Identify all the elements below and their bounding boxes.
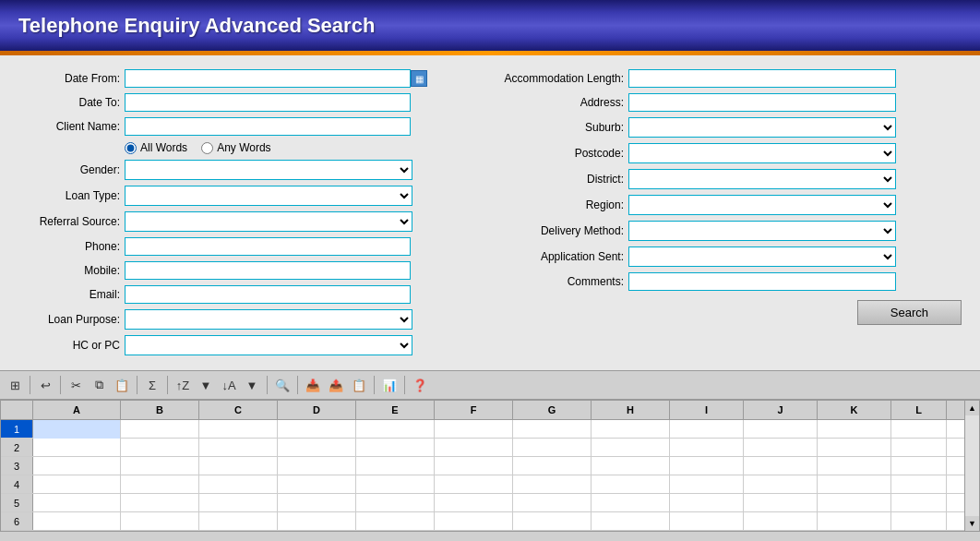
- cell-5G[interactable]: [513, 494, 592, 512]
- cell-3G[interactable]: [513, 457, 592, 475]
- cell-1D[interactable]: [278, 420, 356, 439]
- cell-2I[interactable]: [670, 439, 744, 457]
- cell-5A[interactable]: [33, 494, 121, 512]
- col-header-E[interactable]: E: [356, 401, 435, 419]
- cell-5D[interactable]: [278, 494, 356, 512]
- toolbar-icon-import[interactable]: 📥: [303, 375, 323, 395]
- cell-2C[interactable]: [199, 439, 278, 457]
- toolbar-icon-chart[interactable]: 📊: [379, 375, 400, 395]
- cell-5K[interactable]: [818, 494, 891, 512]
- scroll-down-arrow[interactable]: ▼: [965, 516, 980, 531]
- cell-6L[interactable]: [891, 512, 947, 531]
- cell-4K[interactable]: [818, 475, 891, 494]
- col-header-D[interactable]: D: [278, 401, 356, 419]
- cell-4A[interactable]: [33, 475, 121, 494]
- cell-1H[interactable]: [592, 420, 670, 439]
- col-header-F[interactable]: F: [435, 401, 513, 419]
- cell-1L[interactable]: [891, 420, 947, 439]
- cell-1A[interactable]: [33, 420, 121, 439]
- cell-6A[interactable]: [33, 512, 121, 531]
- comments-input[interactable]: [628, 272, 896, 291]
- cell-6I[interactable]: [670, 512, 744, 531]
- cell-3C[interactable]: [199, 457, 278, 475]
- cell-4H[interactable]: [592, 475, 670, 494]
- cell-4I[interactable]: [670, 475, 744, 494]
- row-num-1[interactable]: 1: [1, 420, 33, 438]
- cell-2F[interactable]: [435, 439, 513, 457]
- col-header-B[interactable]: B: [121, 401, 199, 419]
- cell-3E[interactable]: [356, 457, 435, 475]
- cell-3H[interactable]: [592, 457, 670, 475]
- accommodation-length-input[interactable]: [628, 69, 896, 88]
- cell-3L[interactable]: [891, 457, 947, 475]
- cell-4L[interactable]: [891, 475, 947, 494]
- row-num-2[interactable]: 2: [1, 439, 33, 456]
- cell-1K[interactable]: [818, 420, 891, 439]
- date-from-input[interactable]: [125, 69, 411, 88]
- cell-6F[interactable]: [435, 512, 513, 531]
- hc-or-pc-select[interactable]: [125, 335, 412, 355]
- toolbar-icon-sort-desc-arrow[interactable]: ▼: [242, 375, 262, 395]
- cell-5L[interactable]: [891, 494, 947, 512]
- cell-1F[interactable]: [435, 420, 513, 439]
- delivery-method-select[interactable]: [628, 221, 896, 241]
- cell-6B[interactable]: [121, 512, 199, 531]
- cell-6K[interactable]: [818, 512, 891, 531]
- cell-5F[interactable]: [435, 494, 513, 512]
- any-words-radio[interactable]: [201, 142, 213, 154]
- calendar-icon[interactable]: ▦: [411, 70, 427, 87]
- row-num-4[interactable]: 4: [1, 475, 33, 493]
- col-header-L[interactable]: L: [891, 401, 947, 419]
- cell-3B[interactable]: [121, 457, 199, 475]
- col-header-H[interactable]: H: [592, 401, 670, 419]
- referral-source-select[interactable]: [125, 211, 412, 232]
- toolbar-icon-sort-asc-arrow[interactable]: ▼: [196, 375, 216, 395]
- region-select[interactable]: [628, 195, 896, 215]
- cell-4J[interactable]: [744, 475, 818, 494]
- toolbar-icon-filter[interactable]: 🔍: [272, 375, 293, 395]
- col-header-G[interactable]: G: [513, 401, 592, 419]
- toolbar-icon-sort-asc[interactable]: ↑Z: [173, 375, 193, 395]
- address-input[interactable]: [628, 93, 896, 112]
- row-num-3[interactable]: 3: [1, 457, 33, 475]
- toolbar-icon-clipboard2[interactable]: 📋: [349, 375, 369, 395]
- cell-3D[interactable]: [278, 457, 356, 475]
- toolbar-icon-sum[interactable]: Σ: [142, 375, 162, 395]
- toolbar-icon-cut[interactable]: ✂: [66, 375, 86, 395]
- col-header-C[interactable]: C: [199, 401, 278, 419]
- search-button[interactable]: Search: [857, 300, 962, 325]
- loan-purpose-select[interactable]: [125, 309, 412, 330]
- cell-3K[interactable]: [818, 457, 891, 475]
- loan-type-select[interactable]: [125, 186, 412, 206]
- cell-3F[interactable]: [435, 457, 513, 475]
- cell-2A[interactable]: [33, 439, 121, 457]
- cell-5J[interactable]: [744, 494, 818, 512]
- date-to-input[interactable]: [125, 93, 411, 112]
- cell-3I[interactable]: [670, 457, 744, 475]
- cell-5C[interactable]: [199, 494, 278, 512]
- cell-6D[interactable]: [278, 512, 356, 531]
- cell-1I[interactable]: [670, 420, 744, 439]
- mobile-input[interactable]: [125, 261, 411, 280]
- cell-2D[interactable]: [278, 439, 356, 457]
- cell-1B[interactable]: [121, 420, 199, 439]
- cell-4E[interactable]: [356, 475, 435, 494]
- cell-6J[interactable]: [744, 512, 818, 531]
- cell-5H[interactable]: [592, 494, 670, 512]
- cell-2E[interactable]: [356, 439, 435, 457]
- gender-select[interactable]: [125, 160, 412, 180]
- all-words-option[interactable]: All Words: [125, 141, 187, 154]
- scroll-up-arrow[interactable]: ▲: [965, 401, 980, 415]
- toolbar-icon-sort-desc[interactable]: ↓A: [219, 375, 239, 395]
- email-input[interactable]: [125, 285, 411, 304]
- cell-1C[interactable]: [199, 420, 278, 439]
- toolbar-icon-copy[interactable]: ⧉: [89, 375, 109, 395]
- phone-input[interactable]: [125, 237, 411, 256]
- cell-2H[interactable]: [592, 439, 670, 457]
- cell-3J[interactable]: [744, 457, 818, 475]
- cell-4G[interactable]: [513, 475, 592, 494]
- any-words-option[interactable]: Any Words: [201, 141, 270, 154]
- cell-2K[interactable]: [818, 439, 891, 457]
- postcode-select[interactable]: [628, 143, 896, 163]
- district-select[interactable]: [628, 169, 896, 189]
